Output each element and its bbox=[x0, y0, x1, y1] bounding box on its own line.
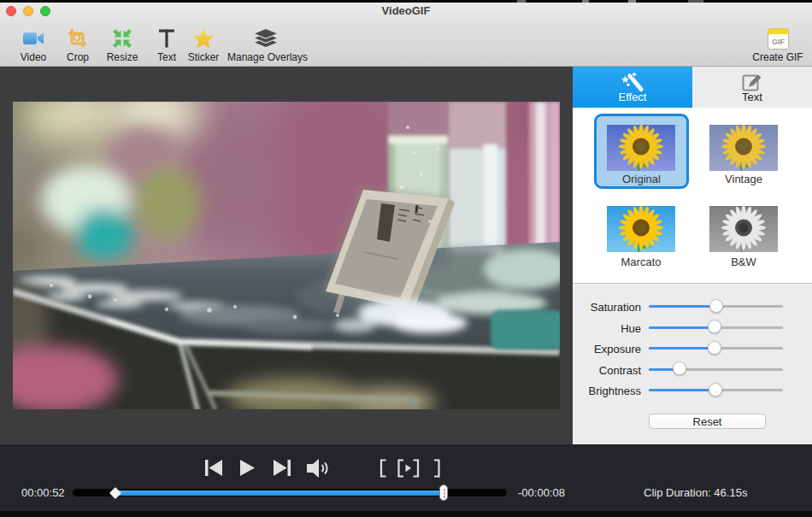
svg-text:GIF: GIF bbox=[772, 37, 786, 45]
